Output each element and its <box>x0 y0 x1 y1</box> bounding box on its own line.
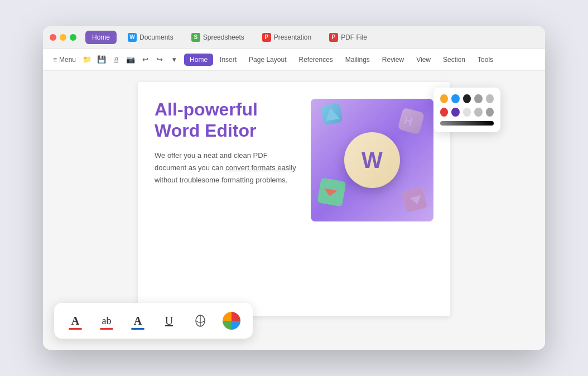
hero-title: All-powerful Word Editor <box>155 99 297 142</box>
float-element-3 <box>317 177 346 206</box>
presentation-icon: P <box>262 33 271 42</box>
svg-text:H: H <box>403 114 414 128</box>
pdf-icon: P <box>329 33 338 42</box>
color-gray2[interactable] <box>474 108 482 117</box>
nav-tab-mailings[interactable]: Mailings <box>340 54 375 66</box>
documents-icon: W <box>128 33 137 42</box>
nav-tab-home[interactable]: Home <box>184 54 213 66</box>
tab-pdf[interactable]: P PDF File <box>322 30 374 45</box>
document-page: All-powerful Word Editor We offer you a … <box>138 82 450 316</box>
eraser-icon <box>192 313 208 329</box>
nav-tab-insert[interactable]: Insert <box>214 54 242 66</box>
tab-documents-label: Documents <box>139 33 173 41</box>
nav-references-label: References <box>298 56 332 64</box>
word-logo-circle: W <box>344 132 400 188</box>
tab-pdf-label: PDF File <box>341 33 367 41</box>
nav-tab-tools[interactable]: Tools <box>472 54 499 66</box>
color-blue[interactable] <box>451 94 459 103</box>
print-icon[interactable]: 🖨 <box>109 53 123 66</box>
strikethrough-button[interactable]: ab <box>97 311 117 331</box>
traffic-lights <box>50 34 76 41</box>
toolbar: ≡ Menu 📁 💾 🖨 📷 ↩ ↪ ▾ Home Insert Page La… <box>43 49 545 71</box>
pie-chart-icon <box>223 312 240 330</box>
nav-tab-view[interactable]: View <box>411 54 436 66</box>
maximize-button[interactable] <box>70 34 76 41</box>
nav-tabs: Home Insert Page Layout References Maili… <box>184 54 499 66</box>
float-element-2 <box>320 103 343 126</box>
tab-spreadsheets[interactable]: S Spreedsheets <box>185 30 251 45</box>
nav-mailings-label: Mailings <box>345 56 370 64</box>
strikethrough-bar <box>100 328 113 330</box>
hero-title-line1: All-powerful <box>155 99 258 119</box>
tab-spreadsheets-label: Spreedsheets <box>203 33 244 41</box>
color-row-1 <box>440 94 494 103</box>
app-window: Home W Documents S Spreedsheets P Presen… <box>43 26 545 350</box>
word-logo-w: W <box>362 148 383 173</box>
camera-icon[interactable]: 📷 <box>124 53 137 66</box>
title-bar: Home W Documents S Spreedsheets P Presen… <box>43 26 545 49</box>
text-color-button[interactable]: A <box>65 311 85 331</box>
undo-icon[interactable]: ↩ <box>138 53 152 66</box>
color-red[interactable] <box>440 108 448 117</box>
color-gray[interactable] <box>474 94 482 103</box>
tab-documents[interactable]: W Documents <box>121 30 180 45</box>
underline-label: U <box>165 315 173 327</box>
float-element-1: H <box>398 108 425 135</box>
underline-text: convert formats easily <box>225 163 296 172</box>
float-element-4 <box>402 187 428 213</box>
pie-chart-button[interactable] <box>221 311 242 331</box>
nav-page-layout-label: Page Layout <box>249 56 286 64</box>
close-button[interactable] <box>50 34 56 41</box>
color-gray3[interactable] <box>486 108 494 117</box>
tab-presentation-label: Presentation <box>274 33 311 41</box>
hamburger-icon: ≡ <box>53 56 57 64</box>
hero-description: We offer you a neat and clean PDF docume… <box>155 150 297 186</box>
tab-home[interactable]: Home <box>85 31 117 44</box>
nav-tab-page-layout[interactable]: Page Layout <box>243 54 292 66</box>
nav-insert-label: Insert <box>220 56 237 64</box>
nav-home-label: Home <box>190 56 208 64</box>
color-black[interactable] <box>463 94 471 103</box>
minimize-button[interactable] <box>60 34 66 41</box>
underline-button[interactable]: U <box>159 311 179 331</box>
folder-icon[interactable]: 📁 <box>80 53 94 66</box>
color-picker-panel <box>433 88 500 132</box>
tab-presentation[interactable]: P Presentation <box>256 30 318 45</box>
font-underline-label: A <box>134 315 142 327</box>
text-color-bar <box>69 328 82 330</box>
color-light-gray[interactable] <box>486 94 494 103</box>
tab-home-label: Home <box>92 33 110 41</box>
nav-tools-label: Tools <box>478 56 493 64</box>
font-underline-button[interactable]: A <box>128 311 148 331</box>
font-underline-bar <box>131 328 144 330</box>
eraser-button[interactable] <box>190 311 210 331</box>
document-area: All-powerful Word Editor We offer you a … <box>43 71 545 350</box>
text-color-a-label: A <box>71 315 79 327</box>
spreadsheets-icon: S <box>191 33 200 42</box>
color-row-2 <box>440 108 494 117</box>
nav-view-label: View <box>416 56 431 64</box>
color-slider[interactable] <box>440 121 494 126</box>
menu-label: Menu <box>59 56 76 64</box>
nav-tab-references[interactable]: References <box>293 54 338 66</box>
color-silver[interactable] <box>463 108 471 117</box>
redo-icon[interactable]: ↪ <box>153 53 166 66</box>
strikethrough-label: ab <box>102 315 112 327</box>
menu-button[interactable]: ≡ Menu <box>50 54 79 65</box>
main-content: All-powerful Word Editor We offer you a … <box>43 71 545 350</box>
color-purple[interactable] <box>451 108 459 117</box>
hero-text: All-powerful Word Editor We offer you a … <box>155 99 297 186</box>
nav-section-label: Section <box>443 56 465 64</box>
dropdown-icon[interactable]: ▾ <box>167 53 181 66</box>
save-icon[interactable]: 💾 <box>95 53 108 66</box>
hero-section: All-powerful Word Editor We offer you a … <box>155 99 433 221</box>
hero-image: H W <box>311 99 433 221</box>
hero-title-line2: Word Editor <box>155 120 257 141</box>
nav-tab-review[interactable]: Review <box>377 54 409 66</box>
svg-marker-1 <box>324 106 340 121</box>
bottom-toolbar: A ab A U <box>54 303 253 339</box>
nav-review-label: Review <box>382 56 404 64</box>
nav-tab-section[interactable]: Section <box>437 54 471 66</box>
color-yellow[interactable] <box>440 94 448 103</box>
